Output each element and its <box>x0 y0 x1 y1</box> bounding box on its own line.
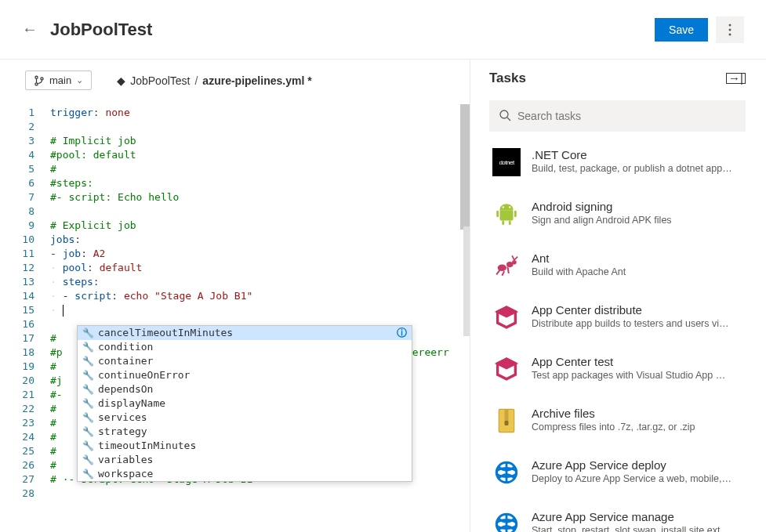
svg-point-5 <box>41 77 43 79</box>
back-icon[interactable]: ← <box>22 20 38 38</box>
line-number: 23 <box>0 416 50 430</box>
code-editor[interactable]: 1234567891011121314151617181920212223242… <box>0 104 470 532</box>
task-icon <box>492 252 521 280</box>
task-search-input[interactable] <box>517 110 736 122</box>
suggestion-item[interactable]: 🔧condition <box>78 340 412 354</box>
line-number: 10 <box>0 233 50 247</box>
tasks-title: Tasks <box>489 71 726 86</box>
code-line[interactable]: · <box>50 303 470 317</box>
line-number: 3 <box>0 134 50 148</box>
code-line[interactable]: - job: A2 <box>50 247 470 261</box>
editor-scrollbar[interactable] <box>460 104 470 230</box>
code-line[interactable]: #steps: <box>50 176 470 190</box>
line-number: 1 <box>0 106 50 120</box>
line-number: 9 <box>0 219 50 233</box>
suggestion-item[interactable]: 🔧displayName <box>78 396 412 411</box>
suggestion-label: workspace <box>98 467 153 481</box>
suggestion-item[interactable]: 🔧variables <box>78 453 412 467</box>
code-line[interactable]: # <box>50 162 470 176</box>
code-line[interactable]: #pool: default <box>50 148 470 162</box>
code-line[interactable]: #- script: Echo hello <box>50 190 470 204</box>
breadcrumb: ◆ JobPoolTest / azure-pipelines.yml * <box>117 74 311 87</box>
suggestion-item[interactable]: 🔧workspace <box>78 467 412 481</box>
line-number: 8 <box>0 204 50 219</box>
code-line[interactable]: · - script: echo "Stage A Job B1" <box>50 289 470 303</box>
save-button[interactable]: Save <box>655 18 708 42</box>
code-line[interactable] <box>50 120 470 134</box>
suggestion-item[interactable]: 🔧timeoutInMinutes <box>78 439 412 453</box>
code-line[interactable] <box>50 204 470 219</box>
breadcrumb-project[interactable]: JobPoolTest <box>130 74 190 87</box>
suggestion-label: services <box>98 411 147 425</box>
task-title: Archive files <box>532 407 695 420</box>
task-item[interactable]: App Center distributeDistribute app buil… <box>489 291 760 343</box>
wrench-icon: 🔧 <box>82 411 93 425</box>
wrench-icon: 🔧 <box>82 467 93 481</box>
code-line[interactable]: · pool: default <box>50 261 470 275</box>
line-number: 4 <box>0 148 50 162</box>
suggestion-item[interactable]: 🔧strategy <box>78 425 412 439</box>
suggestion-item[interactable]: 🔧dependsOn <box>78 382 412 396</box>
line-number: 7 <box>0 190 50 204</box>
svg-line-7 <box>507 118 510 121</box>
code-line[interactable]: jobs: <box>50 233 470 247</box>
suggestion-item[interactable]: 🔧continueOnError <box>78 368 412 382</box>
line-number: 6 <box>0 176 50 190</box>
line-number: 20 <box>0 374 50 388</box>
svg-rect-11 <box>502 221 504 226</box>
project-icon: ◆ <box>117 74 125 87</box>
svg-rect-24 <box>505 409 509 421</box>
line-number: 14 <box>0 289 50 303</box>
task-title: Android signing <box>532 200 672 213</box>
suggestion-item[interactable]: 🔧services <box>78 411 412 425</box>
suggestion-label: strategy <box>98 425 147 439</box>
task-item[interactable]: Azure App Service manageStart, stop, res… <box>489 498 760 532</box>
task-icon <box>492 458 521 487</box>
wrench-icon: 🔧 <box>82 326 93 340</box>
task-item[interactable]: Archive filesCompress files into .7z, .t… <box>489 395 760 447</box>
suggestion-label: displayName <box>98 396 165 411</box>
suggestion-item[interactable]: 🔧cancelTimeoutInMinutesⓘ <box>78 326 412 340</box>
code-line[interactable]: # Explicit job <box>50 219 470 233</box>
code-line[interactable]: # Implicit job <box>50 134 470 148</box>
task-title: Ant <box>532 252 626 265</box>
task-icon <box>492 303 521 331</box>
svg-rect-10 <box>514 211 517 218</box>
task-search-box[interactable] <box>489 100 746 132</box>
task-item[interactable]: Azure App Service deployDeploy to Azure … <box>489 447 760 498</box>
wrench-icon: 🔧 <box>82 453 93 467</box>
task-icon <box>492 200 521 228</box>
branch-selector[interactable]: main ⌄ <box>25 71 92 90</box>
line-number: 25 <box>0 444 50 458</box>
task-description: Build, test, package, or publish a dotne… <box>532 163 732 174</box>
branch-name: main <box>49 74 71 86</box>
page-title: JobPoolTest <box>50 20 655 40</box>
task-description: Deploy to Azure App Service a web, mobil… <box>532 473 732 484</box>
line-number: 22 <box>0 402 50 416</box>
task-item[interactable]: Android signingSign and align Android AP… <box>489 188 760 240</box>
task-item[interactable]: dotnet.NET CoreBuild, test, package, or … <box>489 136 760 188</box>
code-line[interactable]: · steps: <box>50 275 470 289</box>
suggestion-item[interactable]: 🔧container <box>78 354 412 368</box>
wrench-icon: 🔧 <box>82 425 93 439</box>
svg-rect-9 <box>496 211 499 218</box>
svg-point-14 <box>509 206 510 208</box>
line-number: 2 <box>0 120 50 134</box>
wrench-icon: 🔧 <box>82 340 93 354</box>
svg-point-4 <box>35 82 38 85</box>
svg-point-1 <box>729 28 732 31</box>
info-icon[interactable]: ⓘ <box>397 326 407 340</box>
wrench-icon: 🔧 <box>82 439 93 453</box>
svg-point-3 <box>35 76 38 78</box>
suggestion-label: container <box>98 354 153 368</box>
code-line[interactable] <box>50 487 470 501</box>
collapse-tasks-icon[interactable]: →| <box>726 73 746 84</box>
svg-rect-8 <box>500 211 514 221</box>
intellisense-suggestions[interactable]: 🔧cancelTimeoutInMinutesⓘ🔧condition🔧conta… <box>77 325 412 482</box>
code-line[interactable]: trigger: none <box>50 106 470 120</box>
suggestion-label: timeoutInMinutes <box>98 439 196 453</box>
task-item[interactable]: App Center testTest app packages with Vi… <box>489 343 760 395</box>
task-item[interactable]: AntBuild with Apache Ant <box>489 240 760 291</box>
more-actions-button[interactable] <box>716 16 744 43</box>
task-title: Azure App Service deploy <box>532 458 732 472</box>
